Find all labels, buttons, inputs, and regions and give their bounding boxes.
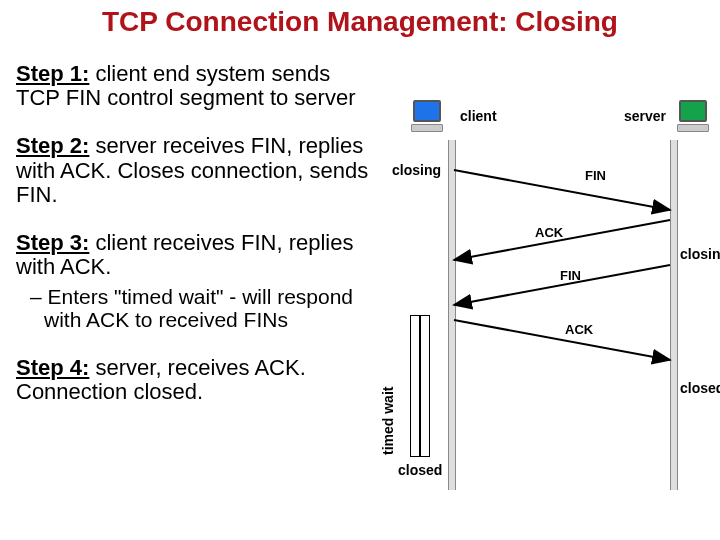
steps-column: Step 1: client end system sends TCP FIN …: [16, 62, 376, 428]
msg-fin-2: FIN: [560, 268, 581, 283]
step-3-sub: Enters "timed wait" - will respond with …: [44, 285, 376, 331]
step-1-head: Step 1:: [16, 61, 89, 86]
msg-ack-1: ACK: [535, 225, 563, 240]
step-3-head: Step 3:: [16, 230, 89, 255]
slide-title: TCP Connection Management: Closing: [0, 6, 720, 38]
step-4: Step 4: server, receives ACK. Connection…: [16, 356, 376, 404]
sequence-diagram: client server timed wait closing closing…: [380, 90, 710, 510]
step-1: Step 1: client end system sends TCP FIN …: [16, 62, 376, 110]
step-4-head: Step 4:: [16, 355, 89, 380]
step-2-head: Step 2:: [16, 133, 89, 158]
step-2: Step 2: server receives FIN, replies wit…: [16, 134, 376, 207]
msg-ack-2: ACK: [565, 322, 593, 337]
svg-line-3: [454, 320, 670, 360]
step-3: Step 3: client receives FIN, replies wit…: [16, 231, 376, 332]
svg-line-0: [454, 170, 670, 210]
slide: TCP Connection Management: Closing Step …: [0, 0, 720, 540]
msg-fin-1: FIN: [585, 168, 606, 183]
message-arrows: [380, 90, 710, 510]
